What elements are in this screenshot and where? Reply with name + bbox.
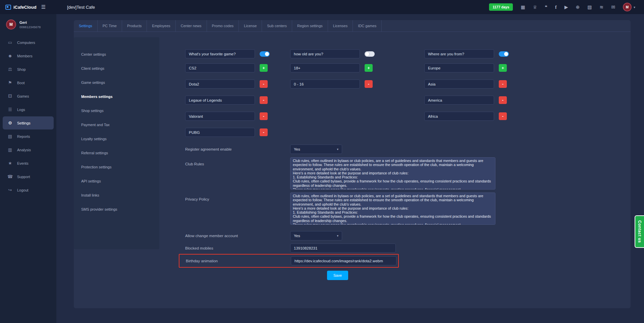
remove-option-button[interactable]: - xyxy=(260,80,268,88)
option-input[interactable] xyxy=(185,96,255,105)
sidebar-item-members[interactable]: ☻Members xyxy=(3,49,54,62)
tab-pc-time[interactable]: PC Time xyxy=(98,20,122,32)
tab-employees[interactable]: Employees xyxy=(147,20,175,32)
blocked-mobiles-input[interactable] xyxy=(290,244,396,253)
option-input[interactable] xyxy=(185,112,255,121)
option-input[interactable] xyxy=(424,96,494,105)
favorite-game-question-input[interactable] xyxy=(185,49,255,58)
remove-option-button[interactable]: - xyxy=(260,96,268,104)
layers-icon[interactable]: ≋ xyxy=(600,4,604,10)
trophy-icon[interactable]: ♕ xyxy=(533,4,537,10)
age-question-toggle[interactable] xyxy=(365,51,375,57)
tab-licenses[interactable]: Licenses xyxy=(328,20,353,32)
option-input[interactable] xyxy=(185,128,255,137)
remove-option-button[interactable]: - xyxy=(499,112,507,120)
sidebar-item-label: Analysis xyxy=(17,148,31,152)
sidebar-item-logs[interactable]: ☰Logs xyxy=(3,103,54,116)
topbar: [dev]Test Cafe 1177 days ▦ ♕ ❝ f ▶ ⊕ ▧ ≋… xyxy=(56,0,644,14)
tab-products[interactable]: Products xyxy=(122,20,147,32)
age-question-input[interactable] xyxy=(290,49,360,58)
sidebar-item-logout[interactable]: ↪Logout xyxy=(3,183,54,197)
option-input[interactable] xyxy=(185,79,255,89)
tab-promo-codes[interactable]: Promo codes xyxy=(207,20,239,32)
privacy-policy-textarea[interactable]: Club rules, often outlined in bylaws or … xyxy=(290,193,495,225)
contact-us-button[interactable]: Contact us xyxy=(635,215,644,248)
user-avatar: M xyxy=(623,3,632,11)
discord-icon[interactable]: ❝ xyxy=(545,4,547,10)
add-option-button[interactable]: + xyxy=(260,64,268,72)
favorite-game-toggle[interactable] xyxy=(260,51,270,57)
user-menu[interactable]: M ▾ xyxy=(623,3,635,11)
translate-icon[interactable]: ▧ xyxy=(587,4,592,10)
option-input[interactable] xyxy=(290,79,360,89)
tab-region-settings[interactable]: Region settings xyxy=(292,20,328,32)
sidebar-item-boot[interactable]: ⚑Boot xyxy=(3,76,54,89)
sidebar-item-analysis[interactable]: ▥Analysis xyxy=(3,143,54,156)
register-agreement-row: Register agreement enable Yes ▾ xyxy=(185,145,623,154)
sidebar-item-shop[interactable]: ⚖Shop xyxy=(3,63,54,76)
sidebar-item-settings[interactable]: ⚙Settings xyxy=(3,116,54,129)
submenu-item-payment-and-tax[interactable]: Payment and Tax xyxy=(74,118,159,132)
field-label: Register agreement enable xyxy=(185,147,290,151)
phone-icon: ☎ xyxy=(7,174,13,179)
club-rules-textarea[interactable]: Club rules, often outlined in bylaws or … xyxy=(290,157,495,190)
bars-icon: ▥ xyxy=(7,147,13,152)
tab-license[interactable]: License xyxy=(239,20,262,32)
submenu-item-game-settings[interactable]: Game settings xyxy=(74,75,159,90)
facebook-icon[interactable]: f xyxy=(555,4,557,10)
remove-option-button[interactable]: - xyxy=(365,80,373,88)
globe-icon[interactable]: ⊕ xyxy=(576,4,580,10)
submenu-item-protection-settings[interactable]: Protection settings xyxy=(74,160,159,174)
option-input[interactable] xyxy=(424,112,494,121)
sidebar-item-computers[interactable]: ▭Computers xyxy=(3,36,54,49)
remove-option-button[interactable]: - xyxy=(260,128,268,136)
submenu-item-loyalty-settings[interactable]: Loyalty settings xyxy=(74,132,159,146)
region-question-input[interactable] xyxy=(424,49,494,58)
sidebar-item-label: Logout xyxy=(17,188,29,192)
submenu-item-install-links[interactable]: Install links xyxy=(74,188,159,202)
submenu-item-client-settings[interactable]: Client settings xyxy=(74,61,159,75)
submenu-item-referral-settings[interactable]: Referral settings xyxy=(74,146,159,160)
region-question-toggle[interactable] xyxy=(499,51,509,57)
remove-option-button[interactable]: - xyxy=(499,96,507,104)
sidebar-item-games[interactable]: ⚃Games xyxy=(3,90,54,103)
add-option-button[interactable]: + xyxy=(365,64,373,72)
option-input[interactable] xyxy=(185,63,255,72)
sidebar-item-support[interactable]: ☎Support xyxy=(3,170,54,183)
chevron-down-icon: ▾ xyxy=(337,148,338,151)
option-input[interactable] xyxy=(424,63,494,72)
tab-settings[interactable]: Settings xyxy=(74,20,98,32)
option-input[interactable] xyxy=(424,79,494,89)
sidebar-item-label: Boot xyxy=(17,81,25,85)
settings-panel: Settings PC Time Products Employees Cent… xyxy=(74,20,631,308)
remove-option-button[interactable]: - xyxy=(499,80,507,88)
remove-option-button[interactable]: - xyxy=(260,112,268,120)
youtube-icon[interactable]: ▶ xyxy=(565,4,568,10)
submenu-item-members-settings[interactable]: Members settings xyxy=(74,90,159,104)
submenu-item-api-settings[interactable]: API settings xyxy=(74,174,159,188)
tabbar: Settings PC Time Products Employees Cent… xyxy=(74,20,631,32)
menu-icon[interactable]: ☰ xyxy=(41,4,46,10)
days-badge[interactable]: 1177 days xyxy=(489,3,513,11)
monitor-icon: ▭ xyxy=(7,40,13,45)
mail-icon[interactable]: ✉ xyxy=(611,4,615,10)
tab-sub-centers[interactable]: Sub centers xyxy=(262,20,292,32)
brand-logo xyxy=(5,5,11,10)
app-root: iCafeCloud ☰ M Geri 008812345678 ▭Comput… xyxy=(0,0,644,323)
sidebar-item-reports[interactable]: ▤Reports xyxy=(3,130,54,143)
tab-center-news[interactable]: Center news xyxy=(176,20,207,32)
submenu-item-sms-provider-settings[interactable]: SMS provider settings xyxy=(74,202,159,216)
register-agreement-select[interactable]: Yes ▾ xyxy=(290,145,342,154)
user-text: Geri 008812345678 xyxy=(19,20,41,29)
save-button[interactable]: Save xyxy=(327,271,348,280)
allow-change-select[interactable]: Yes ▾ xyxy=(290,231,342,240)
option-input[interactable] xyxy=(290,63,360,72)
add-option-button[interactable]: + xyxy=(499,64,507,72)
age-question-column: + - xyxy=(290,49,424,144)
sidebar-item-events[interactable]: ★Events xyxy=(3,157,54,170)
submenu-item-shop-settings[interactable]: Shop settings xyxy=(74,104,159,118)
submenu-item-center-settings[interactable]: Center settings xyxy=(74,47,159,61)
stats-icon[interactable]: ▦ xyxy=(521,4,525,10)
tab-idc-games[interactable]: IDC games xyxy=(353,20,382,32)
birthday-animation-input[interactable] xyxy=(291,256,396,265)
